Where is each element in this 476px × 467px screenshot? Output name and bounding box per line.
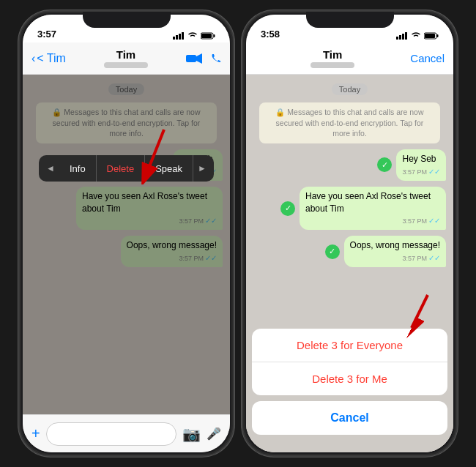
check-icon-2-right: ✓✓	[428, 216, 440, 226]
contact-name-left: Tim	[116, 48, 135, 61]
bubble-time-2-right: 3:57 PM ✓✓	[305, 216, 440, 226]
message-input[interactable]	[46, 422, 176, 446]
notch	[83, 12, 171, 28]
context-menu-overlay: ◄ Info Delete Speak ►	[23, 75, 230, 414]
bottom-bar-left: + 📷 🎤	[23, 414, 230, 452]
right-phone: 3:58 Tim Cancel Today 🔒 Messages to this…	[242, 10, 458, 457]
nav-bar-right: Tim Cancel	[246, 42, 453, 75]
chat-area-right: Today 🔒 Messages to this chat and calls …	[246, 75, 453, 452]
bubble-time-3-right: 3:57 PM ✓✓	[350, 253, 440, 264]
bubble-3-right[interactable]: Oops, wrong message! 3:57 PM ✓✓	[344, 236, 446, 267]
status-icons-right	[396, 32, 439, 40]
battery-icon-right	[424, 32, 439, 40]
svg-rect-6	[201, 34, 212, 38]
mic-icon[interactable]: 🎤	[207, 427, 221, 441]
video-icon[interactable]	[186, 53, 202, 64]
svg-marker-8	[196, 53, 202, 64]
red-arrow-right	[384, 288, 435, 339]
svg-rect-3	[182, 32, 184, 40]
selectable-row-1[interactable]: ✓ Hey Seb 3:57 PM ✓✓	[253, 149, 446, 181]
svg-rect-12	[399, 35, 401, 40]
time-left: 3:57	[37, 29, 56, 40]
nav-bar-left: ‹ < Tim Tim	[23, 42, 230, 75]
svg-rect-7	[186, 55, 196, 62]
svg-rect-16	[437, 34, 439, 37]
svg-rect-0	[173, 37, 175, 40]
right-arrow-icon[interactable]: ►	[193, 163, 211, 173]
svg-rect-1	[176, 35, 178, 40]
wifi-icon	[187, 32, 198, 40]
encryption-notice-right[interactable]: 🔒 Messages to this chat and calls are no…	[259, 102, 440, 143]
camera-icon[interactable]: 📷	[182, 425, 201, 443]
select-check-2[interactable]: ✓	[280, 201, 295, 216]
nav-title-right: Tim	[255, 48, 410, 68]
bubble-text-1-right: Hey Seb	[402, 154, 436, 164]
left-phone: 3:57 ‹ < Tim Tim	[18, 10, 234, 457]
date-badge-right: Today	[332, 83, 368, 95]
svg-rect-13	[402, 34, 404, 40]
action-sheet: Delete 3 for Everyone Delete 3 for Me Ca…	[246, 323, 453, 452]
phone-icon[interactable]	[211, 53, 221, 64]
red-arrow-left	[127, 126, 171, 184]
context-menu: ◄ Info Delete Speak ►	[39, 155, 214, 182]
chat-area-left: Today 🔒 Messages to this chat and calls …	[23, 75, 230, 414]
svg-rect-11	[396, 37, 398, 40]
signal-icon-right	[396, 32, 408, 40]
left-screen: 3:57 ‹ < Tim Tim	[23, 15, 230, 452]
back-button-left[interactable]: ‹ < Tim	[31, 52, 66, 65]
status-icons-left	[173, 32, 215, 40]
chat-content-right: Today 🔒 Messages to this chat and calls …	[246, 75, 453, 274]
delete-me-button[interactable]: Delete 3 for Me	[252, 362, 447, 395]
svg-rect-5	[214, 34, 215, 37]
nav-actions-left	[186, 53, 221, 64]
back-chevron: ‹	[31, 52, 35, 65]
cancel-action-button[interactable]: Cancel	[252, 401, 447, 435]
left-arrow-icon[interactable]: ◄	[42, 163, 59, 173]
cancel-button[interactable]: Cancel	[410, 52, 445, 64]
bubble-text-3-right: Oops, wrong message!	[350, 240, 440, 250]
contact-status-left	[104, 62, 148, 68]
time-right: 3:58	[261, 29, 280, 40]
svg-rect-14	[405, 32, 407, 40]
svg-line-19	[412, 295, 428, 328]
notch-right	[306, 12, 394, 28]
selectable-row-2[interactable]: ✓ Have you seen Axl Rose's tweet about T…	[253, 187, 446, 231]
nav-title-left: Tim	[66, 48, 186, 68]
plus-icon[interactable]: +	[31, 425, 40, 442]
battery-icon	[201, 32, 215, 40]
selectable-row-3[interactable]: ✓ Oops, wrong message! 3:57 PM ✓✓	[253, 236, 446, 267]
svg-rect-2	[179, 34, 181, 40]
wifi-icon-right	[411, 32, 421, 40]
select-check-3[interactable]: ✓	[325, 244, 340, 259]
bubble-time-1-right: 3:57 PM ✓✓	[402, 167, 440, 177]
select-check-1[interactable]: ✓	[377, 157, 392, 172]
contact-name-right: Tim	[323, 48, 342, 61]
check-icon-1-right: ✓✓	[428, 167, 440, 177]
check-icon-3-right: ✓✓	[428, 253, 440, 264]
bubble-2-right[interactable]: Have you seen Axl Rose's tweet about Tim…	[300, 187, 446, 231]
bubble-text-2-right: Have you seen Axl Rose's tweet about Tim	[305, 191, 431, 214]
bubble-1-right[interactable]: Hey Seb 3:57 PM ✓✓	[396, 149, 446, 181]
right-screen: 3:58 Tim Cancel Today 🔒 Messages to this…	[246, 15, 453, 452]
contact-status-right	[310, 62, 354, 68]
svg-line-10	[146, 130, 164, 176]
signal-icon	[173, 32, 185, 40]
context-info-item[interactable]: Info	[59, 155, 97, 182]
svg-rect-17	[425, 34, 435, 38]
back-label[interactable]: < Tim	[37, 52, 66, 65]
